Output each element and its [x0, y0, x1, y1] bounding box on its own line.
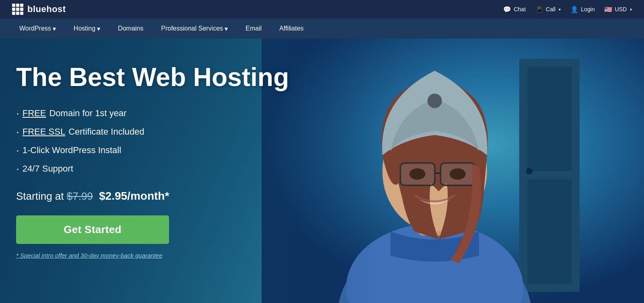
chat-button[interactable]: Chat	[503, 6, 526, 13]
feature-item-ssl: FREE SSL Certificate Included	[16, 125, 289, 138]
nav-item-domains[interactable]: Domains	[111, 20, 151, 37]
login-button[interactable]: Login	[570, 6, 594, 13]
call-button[interactable]: Call ▾	[535, 6, 561, 13]
get-started-button[interactable]: Get Started	[16, 215, 169, 244]
call-caret-icon: ▾	[559, 7, 561, 12]
feature-ssl-rest: Certificate Included	[68, 127, 144, 137]
feature-item-domain: FREE Domain for 1st year	[16, 107, 289, 120]
nav-label-affiliates: Affiliates	[279, 25, 303, 32]
hero-content: The Best Web Hosting FREE Domain for 1st…	[16, 63, 289, 259]
svg-rect-2	[527, 67, 572, 171]
feature-domain-rest: Domain for 1st year	[49, 108, 126, 119]
top-bar-right: Chat Call ▾ Login USD ▾	[503, 6, 632, 13]
professional-services-caret-icon: ▾	[225, 25, 228, 33]
chat-icon	[503, 6, 511, 13]
nav-item-affiliates[interactable]: Affiliates	[272, 20, 311, 37]
currency-caret-icon: ▾	[630, 7, 632, 12]
currency-label: USD	[615, 6, 627, 12]
flag-icon	[604, 6, 612, 13]
nav-item-wordpress[interactable]: WordPress ▾	[12, 20, 63, 37]
pricing-prefix: Starting at	[16, 190, 67, 202]
nav-item-email[interactable]: Email	[238, 20, 269, 37]
nav-label-wordpress: WordPress	[19, 25, 51, 32]
nav-item-hosting[interactable]: Hosting ▾	[66, 20, 107, 37]
chat-label: Chat	[514, 6, 526, 12]
call-label: Call	[546, 6, 555, 12]
main-nav: WordPress ▾ Hosting ▾ Domains Profession…	[0, 18, 644, 39]
hero-features-list: FREE Domain for 1st year FREE SSL Certif…	[16, 107, 289, 175]
hosting-caret-icon: ▾	[97, 25, 100, 33]
new-price: $2.95/month*	[99, 190, 169, 202]
disclaimer-text[interactable]: * Special intro offer and 30-day money-b…	[16, 252, 289, 259]
logo-text[interactable]: bluehost	[27, 4, 66, 14]
nav-label-hosting: Hosting	[74, 25, 95, 32]
feature-item-support: 24/7 Support	[16, 162, 289, 175]
svg-point-16	[450, 168, 466, 180]
feature-support-label: 24/7 Support	[23, 164, 73, 174]
logo-grid-icon	[12, 4, 23, 15]
nav-item-professional-services[interactable]: Professional Services ▾	[154, 20, 235, 37]
svg-point-4	[526, 168, 533, 174]
feature-free-ssl-label: FREE SSL	[23, 127, 65, 137]
hero-background-image	[262, 39, 644, 303]
nav-label-professional-services: Professional Services	[161, 25, 223, 32]
hero-section: The Best Web Hosting FREE Domain for 1st…	[0, 39, 644, 303]
feature-free-domain-label: FREE	[23, 108, 46, 119]
pricing-section: Starting at $7.99 $2.95/month*	[16, 190, 289, 203]
svg-point-9	[427, 94, 442, 108]
hero-title: The Best Web Hosting	[16, 63, 289, 92]
call-icon	[535, 6, 543, 13]
feature-wordpress-label: 1-Click WordPress Install	[23, 145, 121, 156]
svg-point-15	[409, 168, 425, 180]
currency-button[interactable]: USD ▾	[604, 6, 632, 13]
old-price: $7.99	[67, 190, 93, 202]
svg-rect-3	[527, 179, 572, 284]
nav-label-domains: Domains	[118, 25, 143, 32]
feature-item-wordpress: 1-Click WordPress Install	[16, 144, 289, 157]
logo-area[interactable]: bluehost	[12, 4, 66, 15]
login-label: Login	[581, 6, 594, 12]
wordpress-caret-icon: ▾	[53, 25, 56, 33]
top-bar: bluehost Chat Call ▾ Login USD ▾	[0, 0, 644, 18]
login-icon	[570, 6, 578, 13]
nav-label-email: Email	[246, 25, 262, 32]
